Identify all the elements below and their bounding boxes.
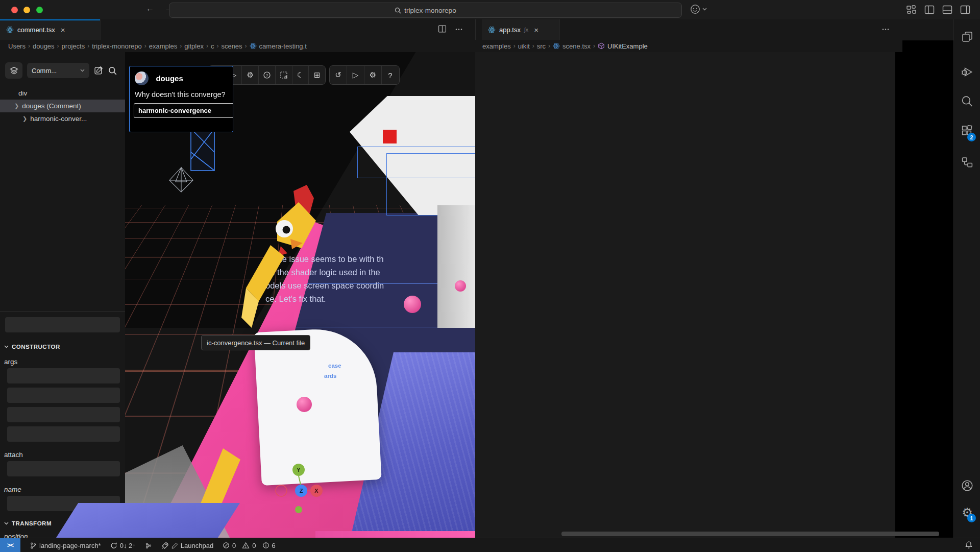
more-actions-icon[interactable] [455,25,463,33]
breadcrumb-item[interactable]: examples [149,42,178,50]
breadcrumb-item[interactable]: projects [62,42,85,50]
breadcrumb-item[interactable]: Users [8,42,26,50]
rocket-icon [161,542,169,549]
breadcrumb-item[interactable]: camera-testing.t [259,42,307,50]
errors-count: 0 [232,542,236,549]
gizmo-y-label: Y [297,467,301,473]
near-input[interactable] [7,407,120,422]
maximize-window-button[interactable] [36,7,43,13]
branch-label: landing-page-march* [39,542,101,549]
toggle-sidebar-icon[interactable] [924,5,935,15]
tab-app-tsx[interactable]: app.tsx ʃx × [482,19,560,40]
sync-icon [110,542,117,549]
breadcrumb-item[interactable]: examples [482,42,511,50]
settings-gear-icon[interactable]: ⚙ [364,66,382,84]
notifications-bell-icon[interactable] [965,541,973,549]
aspect-input[interactable] [7,388,120,403]
help-icon[interactable]: ? [382,66,399,84]
layout-customize-icon[interactable] [906,5,917,15]
axis-gizmo[interactable]: Y Z X [276,464,323,513]
filter-props-input[interactable] [5,317,120,332]
breadcrumb: Users› douges› projects› triplex-monorep… [0,40,483,52]
attach-label: attach [4,451,23,459]
minimize-window-button[interactable] [23,7,30,13]
status-bar: >< landing-page-march* 0↓ 2↑ Launchpad 0 [0,538,980,552]
comment-file-chip[interactable]: harmonic-convergence [134,103,233,118]
avatar-icon [690,4,700,14]
horizontal-scrollbar[interactable] [561,532,939,536]
layers-button[interactable] [5,62,22,79]
tree-item-douges-comment[interactable]: ❯ douges (Comment) [0,100,139,112]
toggle-panel-icon[interactable] [942,5,952,15]
undo-icon[interactable]: ↺ [330,66,347,84]
comment-text: Why doesn't this converge? [135,90,233,99]
window-controls[interactable] [11,6,46,15]
sync-item[interactable]: 0↓ 2↑ [110,542,136,549]
select-area-icon[interactable] [276,66,292,84]
args-label: args [4,358,17,366]
tree-label: harmonic-conver... [30,115,87,123]
comment-card[interactable]: douges Why doesn't this converge? harmon… [129,66,233,132]
section-label: CONSTRUCTOR [12,344,60,350]
new-comment-icon[interactable] [94,66,104,76]
attach-input[interactable] [7,461,120,476]
references-icon[interactable] [961,156,974,169]
run-debug-icon[interactable] [961,65,974,79]
account-icon[interactable] [961,479,974,492]
camera-help-icon[interactable]: ? [259,66,276,84]
breadcrumb-item[interactable]: triplex-monorepo [92,42,142,50]
breadcrumb-item[interactable]: uikit [518,42,530,50]
minimap[interactable] [895,51,944,533]
gizmo-negx-handle[interactable] [276,485,287,496]
tree-item-div[interactable]: div [0,87,143,100]
overview-ruler [945,51,952,533]
transform-section-header[interactable]: TRANSFORM [4,520,52,526]
close-icon[interactable]: × [534,26,538,34]
launchpad-item[interactable]: Launchpad [161,542,213,549]
toggle-secondary-sidebar-icon[interactable] [960,5,970,15]
close-icon[interactable]: × [61,26,65,34]
account-menu[interactable] [690,4,707,14]
breadcrumb-item[interactable]: UIKitExample [607,42,648,50]
constructor-section-header[interactable]: CONSTRUCTOR [4,344,60,350]
pink-sphere [455,280,466,292]
more-actions-icon[interactable] [881,25,890,33]
breadcrumb-item[interactable]: src [537,42,546,50]
scene-viewport[interactable]: t. The issue seems to be with th nd the … [125,52,475,538]
symbol-cube-icon [598,42,605,50]
tree-label: douges (Comment) [22,102,81,110]
component-dropdown[interactable]: Comm... [27,63,89,78]
play-icon[interactable]: ▷ [347,66,364,84]
fov-input[interactable] [7,368,120,383]
settings-gear-icon[interactable]: ⚙ [242,66,259,84]
gizmo-z-label: Z [300,488,303,494]
breadcrumb-item[interactable]: scene.tsx [562,42,591,50]
git-branch-item[interactable]: landing-page-march* [30,542,101,549]
code-editor[interactable] [475,52,895,538]
command-center-search[interactable]: triplex-monorepo [169,3,682,18]
remote-indicator[interactable]: >< [0,538,20,552]
tab-label: app.tsx [499,26,521,34]
breadcrumb-item[interactable]: gitplex [184,42,204,50]
problems-item[interactable]: 0 0 6 [223,542,276,549]
far-input[interactable] [7,426,120,442]
back-icon[interactable]: ← [146,4,158,13]
source-graph-item[interactable] [145,542,152,549]
info-icon [262,542,270,549]
breadcrumb-item[interactable]: douges [33,42,55,50]
breadcrumb-item[interactable]: c [211,42,214,50]
copy-files-icon[interactable] [961,31,973,43]
breadcrumb-item[interactable]: scenes [221,42,242,50]
gizmo-negy-handle[interactable] [295,506,302,513]
comment-author: douges [156,74,183,83]
split-editor-icon[interactable] [438,25,447,33]
grid-view-icon[interactable]: ⊞ [309,66,325,84]
active-tab-indicator [0,19,100,20]
search-icon[interactable] [108,66,117,75]
viewport-toolbar-secondary: ↺ ▷ ⚙ ? [329,65,400,85]
tab-comment-tsx[interactable]: comment.tsx × [0,19,101,40]
search-icon[interactable] [961,95,974,108]
close-window-button[interactable] [11,7,18,13]
night-mode-moon-icon[interactable]: ☾ [292,66,309,84]
warnings-count: 0 [252,542,256,549]
